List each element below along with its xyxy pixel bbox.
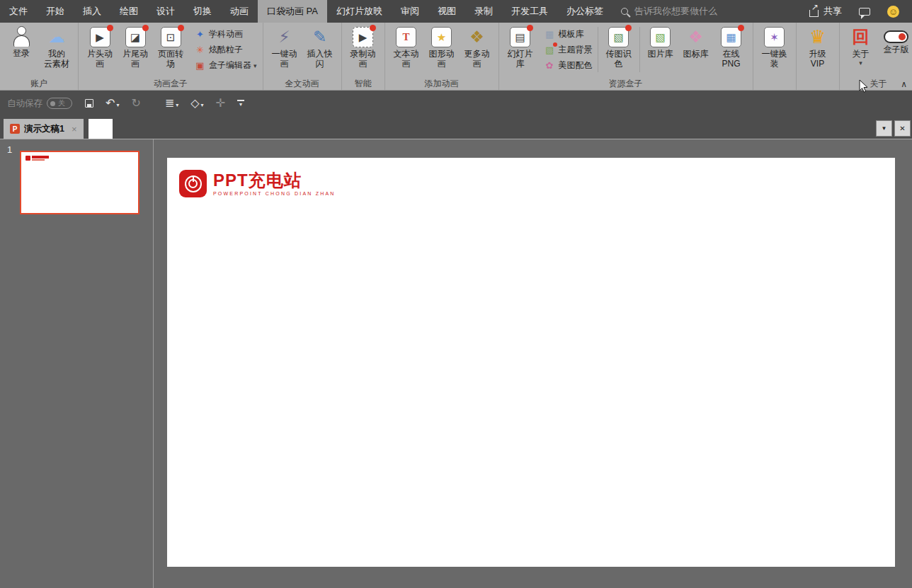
button-label: 在线PNG	[716, 50, 747, 69]
shapes-button[interactable]: ◇	[190, 98, 203, 109]
box-version-button[interactable]: 盒子版	[879, 25, 912, 55]
customize-qat-button[interactable]	[237, 100, 244, 108]
redo-button[interactable]: ↻	[131, 98, 140, 109]
subject-animation-button[interactable]: ✦学科动画	[192, 26, 259, 42]
document-tab-bar: 演示文稿1	[0, 116, 912, 139]
slide-library-button[interactable]: ▤幻灯片库	[503, 25, 538, 69]
menu-tab-design[interactable]: 设计	[147, 0, 184, 23]
new-badge	[553, 42, 557, 47]
ribbon-groups: 登录☁我的 云素材账户▶片头动画◪片尾动画⊡页面转场✦学科动画✳炫酷粒子▣盒子编…	[0, 23, 912, 90]
search-placeholder: 告诉我你想要做什么	[634, 5, 717, 18]
pa-logo-icon: 回	[850, 26, 872, 47]
logo-title: PPT充电站	[213, 172, 336, 189]
autosave-toggle[interactable]: 关	[47, 98, 72, 109]
cool-particles-button[interactable]: ✳炫酷粒子	[192, 42, 259, 57]
opening-animation-button[interactable]: ▶片头动画	[82, 25, 118, 69]
star-blue-icon: ✦	[194, 28, 206, 40]
image-color-scheme-button[interactable]: ✿美图配色	[542, 57, 595, 73]
more-animations-button[interactable]: ❖更多动画	[460, 25, 495, 69]
menu-tab-record[interactable]: 录制	[465, 0, 502, 23]
icon-library-button[interactable]: ❖图标库	[678, 25, 714, 59]
list-icon: ≣	[165, 98, 174, 109]
ending-animation-button[interactable]: ◪片尾动画	[118, 25, 153, 69]
shape-animation-button[interactable]: ★图形动画	[424, 25, 460, 69]
menu-tab-home[interactable]: 开始	[37, 0, 74, 23]
login-button[interactable]: 登录	[4, 25, 39, 59]
application-window: 文件开始插入绘图设计切换动画口袋动画 PA幻灯片放映审阅视图录制开发工具办公标签…	[0, 0, 912, 588]
one-key-outfit-change-button[interactable]: ✶一键换装	[757, 25, 792, 69]
comments-icon[interactable]	[859, 8, 870, 16]
button-label: 片头动画	[84, 50, 115, 69]
share-button[interactable]: 共享	[809, 5, 842, 18]
close-document-button[interactable]	[894, 120, 911, 137]
about-button[interactable]: 回关于	[843, 25, 879, 64]
ribbon-group-label: 资源盒子	[503, 78, 749, 90]
menu-tab-insert[interactable]: 插入	[74, 0, 110, 23]
box-editor-button[interactable]: ▣盒子编辑器	[192, 57, 259, 73]
palette-icon: ✿	[544, 59, 556, 71]
menu-tab-developer[interactable]: 开发工具	[502, 0, 557, 23]
collapse-ribbon-button[interactable]: ∧	[901, 80, 907, 88]
document-tab[interactable]: 演示文稿1	[4, 119, 84, 139]
online-png-button[interactable]: ▦在线PNG	[714, 25, 749, 69]
new-tab-button[interactable]	[89, 119, 113, 139]
cloud-folder-icon: ☁	[46, 26, 67, 47]
ribbon-group-full-text-animation: ⚡一键动画✎插入快闪全文动画	[263, 23, 342, 90]
button-label: 我的 云素材	[44, 50, 69, 69]
menu-tab-transitions[interactable]: 切换	[184, 0, 221, 23]
menu-tab-slide-show[interactable]: 幻灯片放映	[327, 0, 392, 23]
menu-tab-view[interactable]: 视图	[428, 0, 465, 23]
redo-icon: ↻	[131, 98, 140, 109]
menu-tab-draw[interactable]: 绘图	[110, 0, 147, 23]
button-label: 图形动画	[426, 50, 457, 69]
template-library-button[interactable]: ▦模板库	[542, 26, 595, 42]
ribbon-group-label: 智能	[346, 78, 381, 90]
crown-icon: ♛	[807, 26, 828, 47]
menu-tab-office-tab[interactable]: 办公标签	[557, 0, 612, 23]
button-label: 片尾动画	[120, 50, 151, 69]
chevron-down-icon	[253, 60, 257, 70]
page-transition-button[interactable]: ⊡页面转场	[153, 25, 188, 69]
button-label: 炫酷粒子	[209, 44, 243, 56]
menu-tab-file[interactable]: 文件	[0, 0, 37, 23]
my-cloud-assets-button[interactable]: ☁我的 云素材	[39, 25, 74, 69]
insert-flash-button[interactable]: ✎插入快闪	[302, 25, 338, 69]
menu-tab-animations[interactable]: 动画	[221, 0, 258, 23]
list-level-button[interactable]: ≣	[165, 98, 178, 109]
button-label: 页面转场	[155, 50, 186, 69]
tab-list-dropdown-button[interactable]	[876, 120, 892, 137]
quick-access-toolbar: 自动保存 关 ↶↻≣◇✛	[0, 91, 912, 116]
squares-icon: ❖	[467, 26, 488, 47]
button-label: 学科动画	[209, 28, 243, 40]
document-tab-label: 演示文稿1	[24, 123, 64, 135]
slide-thumbnail[interactable]	[20, 151, 139, 214]
text-t-icon: T	[396, 27, 416, 47]
slide[interactable]: PPT充电站 POWERPOINT CHONG DIAN ZHAN	[167, 158, 895, 567]
new-badge	[370, 25, 376, 31]
tell-me-search-box[interactable]: 告诉我你想要做什么	[621, 0, 717, 23]
ribbon-group-upgrade: ♛升级 VIP	[797, 23, 840, 90]
logo-badge-icon	[179, 170, 207, 197]
button-label: 插入快闪	[304, 50, 336, 69]
record-animation-button[interactable]: ▶录制动画	[346, 25, 381, 69]
image-color-picker-button[interactable]: ▧传图识色	[601, 25, 637, 69]
theme-background-button[interactable]: ▧主题背景	[542, 42, 595, 57]
menu-tab-pocket-animation-pa[interactable]: 口袋动画 PA	[258, 0, 327, 23]
text-animation-button[interactable]: T文本动画	[389, 25, 424, 69]
lightning-icon: ⚡	[274, 26, 295, 47]
account-smiley-icon[interactable]	[887, 6, 899, 18]
menu-tab-review[interactable]: 审阅	[392, 0, 428, 23]
pin-button[interactable]: ✛	[216, 98, 225, 109]
undo-button[interactable]: ↶	[106, 98, 119, 109]
upgrade-vip-button[interactable]: ♛升级 VIP	[800, 25, 836, 69]
search-icon	[621, 8, 628, 15]
one-key-animation-button[interactable]: ⚡一键动画	[267, 25, 302, 69]
ribbon: 登录☁我的 云素材账户▶片头动画◪片尾动画⊡页面转场✦学科动画✳炫酷粒子▣盒子编…	[0, 23, 912, 91]
more-icon	[237, 100, 244, 108]
thumbnail-logo	[25, 156, 49, 161]
picture-library-button[interactable]: ▧图片库	[643, 25, 678, 59]
dropper-icon: ▧	[608, 27, 629, 47]
tab-close-icon[interactable]	[72, 124, 77, 134]
save-button[interactable]	[85, 99, 93, 108]
ppt-chongdianzhan-logo[interactable]: PPT充电站 POWERPOINT CHONG DIAN ZHAN	[179, 170, 336, 197]
